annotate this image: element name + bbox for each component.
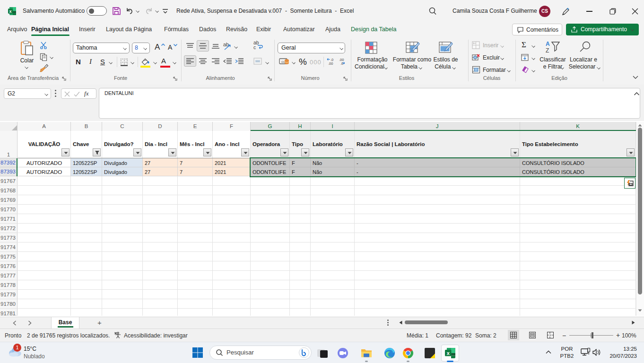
- svg-text:.0: .0: [340, 61, 343, 66]
- svg-text:x: x: [9, 9, 12, 14]
- svg-text:cc: cc: [281, 60, 285, 64]
- svg-text:x: x: [447, 350, 450, 356]
- svg-text:.00: .00: [328, 61, 333, 66]
